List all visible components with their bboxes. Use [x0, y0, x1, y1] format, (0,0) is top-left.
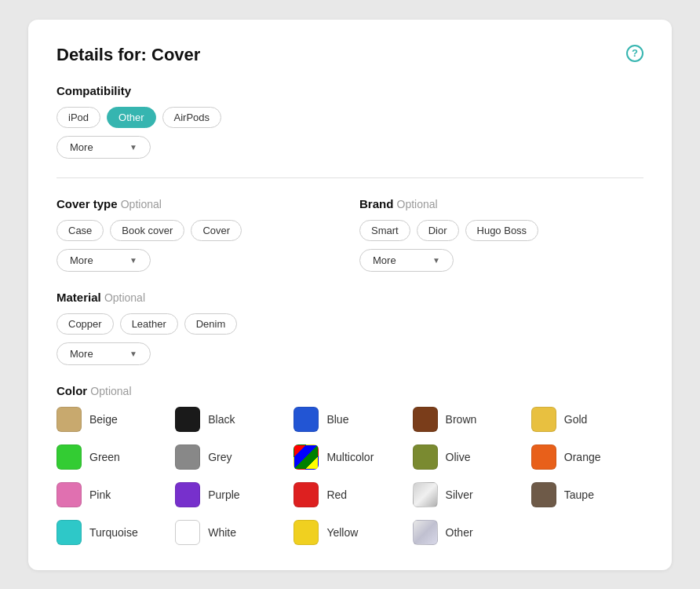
color-swatch-black: [175, 407, 200, 432]
color-orange[interactable]: Orange: [531, 444, 643, 470]
chip-dior[interactable]: Dior: [417, 220, 459, 241]
color-other[interactable]: Other: [413, 520, 525, 545]
brand-chips: Smart Dior Hugo Boss: [359, 220, 643, 241]
color-swatch-brown: [413, 407, 438, 432]
color-swatch-turquoise: [57, 520, 82, 545]
chevron-down-icon: ▼: [129, 143, 137, 152]
chip-ipod[interactable]: iPod: [57, 107, 100, 128]
color-swatch-beige: [57, 407, 82, 432]
brand-section: Brand Optional Smart Dior Hugo Boss More…: [359, 197, 643, 272]
chip-airpods[interactable]: AirPods: [162, 107, 222, 128]
compatibility-label: Compatibility: [57, 84, 643, 97]
chevron-down-icon: ▼: [129, 256, 137, 265]
chevron-down-icon: ▼: [432, 256, 440, 265]
cover-type-label: Cover type Optional: [57, 197, 341, 210]
color-grey[interactable]: Grey: [175, 444, 287, 470]
color-swatch-other: [413, 520, 438, 545]
color-swatch-white: [175, 520, 200, 545]
color-green[interactable]: Green: [57, 444, 169, 470]
color-silver[interactable]: Silver: [413, 482, 525, 507]
color-purple[interactable]: Purple: [175, 482, 287, 507]
brand-more-dropdown[interactable]: More ▼: [359, 249, 454, 272]
chip-book-cover[interactable]: Book cover: [110, 220, 184, 241]
compatibility-more-dropdown[interactable]: More ▼: [57, 136, 151, 159]
color-swatch-red: [293, 482, 319, 507]
material-label: Material Optional: [57, 291, 643, 304]
color-beige[interactable]: Beige: [57, 407, 169, 432]
chip-cover[interactable]: Cover: [191, 220, 242, 241]
color-section: Color Optional Beige Black Blue Brown: [57, 384, 643, 545]
color-red[interactable]: Red: [293, 482, 406, 507]
chip-hugo-boss[interactable]: Hugo Boss: [465, 220, 539, 241]
color-yellow[interactable]: Yellow: [293, 520, 406, 545]
page-title: Details for: Cover: [57, 45, 200, 65]
color-white[interactable]: White: [175, 520, 287, 545]
compatibility-section: Compatibility iPod Other AirPods More ▼: [57, 84, 643, 159]
color-olive[interactable]: Olive: [413, 444, 525, 470]
chip-smart[interactable]: Smart: [359, 220, 410, 241]
compatibility-chips: iPod Other AirPods: [57, 107, 643, 128]
chip-case[interactable]: Case: [57, 220, 104, 241]
color-label: Color Optional: [57, 384, 643, 397]
color-swatch-purple: [175, 482, 200, 507]
material-more-dropdown[interactable]: More ▼: [57, 342, 151, 365]
color-turquoise[interactable]: Turquoise: [57, 520, 169, 545]
material-section: Material Optional Copper Leather Denim M…: [57, 291, 643, 365]
color-taupe[interactable]: Taupe: [531, 482, 643, 507]
color-swatch-silver: [413, 482, 438, 507]
color-swatch-taupe: [531, 482, 556, 507]
color-swatch-olive: [413, 444, 438, 470]
color-swatch-orange: [531, 444, 556, 470]
chip-leather[interactable]: Leather: [120, 313, 178, 335]
color-swatch-blue: [293, 407, 319, 432]
color-black[interactable]: Black: [175, 407, 287, 432]
details-card: Details for: Cover ? Compatibility iPod …: [28, 20, 672, 570]
chip-other[interactable]: Other: [107, 107, 156, 128]
color-multicolor[interactable]: Multicolor: [293, 444, 406, 470]
chevron-down-icon: ▼: [129, 349, 137, 358]
color-grid: Beige Black Blue Brown Gold Green: [57, 407, 643, 545]
color-blue[interactable]: Blue: [293, 407, 406, 432]
card-header: Details for: Cover ?: [57, 45, 643, 65]
color-swatch-grey: [175, 444, 200, 470]
color-brown[interactable]: Brown: [413, 407, 525, 432]
cover-type-section: Cover type Optional Case Book cover Cove…: [57, 197, 341, 272]
chip-copper[interactable]: Copper: [57, 313, 114, 335]
cover-brand-row: Cover type Optional Case Book cover Cove…: [57, 197, 643, 272]
color-swatch-pink: [57, 482, 82, 507]
section-divider: [57, 177, 643, 178]
color-swatch-green: [57, 444, 82, 470]
chip-denim[interactable]: Denim: [184, 313, 238, 335]
color-swatch-multicolor: [293, 444, 319, 470]
cover-type-more-dropdown[interactable]: More ▼: [57, 249, 151, 272]
material-chips: Copper Leather Denim: [57, 313, 643, 335]
brand-label: Brand Optional: [359, 197, 643, 210]
color-gold[interactable]: Gold: [531, 407, 643, 432]
color-pink[interactable]: Pink: [57, 482, 169, 507]
color-swatch-gold: [531, 407, 556, 432]
cover-type-chips: Case Book cover Cover: [57, 220, 341, 241]
color-swatch-yellow: [293, 520, 319, 545]
help-icon[interactable]: ?: [626, 45, 643, 62]
